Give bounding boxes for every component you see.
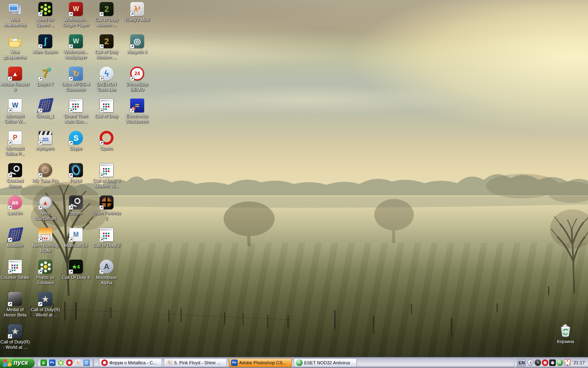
- desktop-icon-ultra-mpeg4-converter[interactable]: ↻↗Ultra MPEG-4 Converter: [60, 67, 91, 92]
- desktop-icon-nero-burning-rom[interactable]: ↗Nero Burning ROM: [30, 228, 61, 254]
- shortcut-arrow-icon: ↗: [99, 238, 104, 242]
- desktop-icon-24nonstop-demo[interactable]: 24↗24nonStop DEMO: [122, 67, 153, 92]
- desktop-icon-counter-strike[interactable]: ↗Counter-Strike: [0, 260, 31, 280]
- desktop-icon-call-of-duty[interactable]: ↗Call of Duty: [91, 99, 122, 119]
- quick-launch-opera-icon[interactable]: [66, 359, 73, 366]
- desktop-icon-label: Steam: [69, 211, 83, 216]
- desktop-icon-lastfm[interactable]: as↗Last.fm: [0, 195, 31, 216]
- quick-launch-icq-icon[interactable]: [58, 359, 64, 366]
- desktop-icon-moonbase-alpha[interactable]: A↗Moonbase Alpha: [91, 260, 122, 285]
- recycle-bin-icon: [559, 324, 572, 338]
- shortcut-arrow-icon: ↗: [8, 269, 12, 274]
- shortcut-arrow-icon: ↗: [38, 238, 42, 242]
- shortcut-arrow-icon: ↗: [8, 302, 12, 306]
- plants-vs-zombies-icon: ↗: [38, 260, 52, 274]
- desktop-icon-microsoft-office-word[interactable]: W↗Microsoft Office W...: [0, 99, 31, 124]
- quick-launch-winamp-icon[interactable]: ϟ: [75, 359, 81, 366]
- desktop-icon-label: Electronics Workbench: [122, 114, 153, 124]
- desktop-icon-mathcad-14[interactable]: M↗Mathcad 14: [60, 228, 91, 248]
- taskbar-button-task-adobe-photoshop[interactable]: PsAdobe Photoshop CS...: [229, 358, 292, 367]
- shortcut-arrow-icon: ↗: [69, 205, 73, 210]
- tray-hide-icons-chevron-icon[interactable]: ‹: [527, 359, 534, 366]
- desktop-icon-label: Wolfenstei... Multiplayer: [60, 49, 91, 60]
- desktop-icon-label: Last.fm: [7, 211, 23, 216]
- desktop-icon-label: Grand Theft Auto San...: [60, 114, 91, 124]
- desktop-icon-electronics-workbench[interactable]: ≈↗Electronics Workbench: [122, 99, 153, 124]
- clock[interactable]: 21:17: [573, 360, 585, 365]
- desktop-icon-gta-san-andreas[interactable]: ↗Grand Theft Auto San...: [60, 99, 91, 124]
- team-fortress-2-icon: ↗: [100, 195, 114, 209]
- cracked-steam-icon: ↗: [8, 163, 22, 177]
- desktop-icon-garrys-mod[interactable]: λ²↗Garry's Mod: [122, 2, 153, 22]
- shortcut-arrow-icon: ↗: [69, 141, 73, 145]
- desktop-icon-microsoft-office-powerpoint[interactable]: P↗Microsoft Office P...: [0, 131, 31, 157]
- taskband-handle[interactable]: [92, 359, 94, 367]
- shortcut-arrow-icon: ↗: [8, 334, 12, 339]
- desktop-icon-call-of-duty-world-at-war-2[interactable]: ★↗Call of Duty(R) - World at ...: [0, 324, 31, 350]
- tray-eset-nod32-icon[interactable]: [557, 359, 563, 366]
- tray-icq-flower-icon[interactable]: [564, 359, 570, 366]
- desktop-icon-medal-of-honor-beta[interactable]: ↗Medal of Honor Beta: [0, 292, 31, 318]
- tray-opera-icon[interactable]: [542, 359, 548, 366]
- quick-launch-utorrent-icon[interactable]: µ: [40, 359, 47, 366]
- desktop-icon-steam[interactable]: ↗Steam: [60, 195, 91, 216]
- desktop-icon-need-for-speed[interactable]: ↗Need for Speed ...: [30, 2, 61, 28]
- desktop-icon-my-computer[interactable]: Мой компьютер: [0, 2, 31, 28]
- taskbar-button-task-winamp-pink-floyd[interactable]: ϟ5. Pink Floyd - Shine ...: [164, 358, 227, 367]
- tray-steam-icon[interactable]: ◉: [549, 359, 556, 366]
- desktop-icon-recycle-bin[interactable]: Корзина: [550, 324, 581, 344]
- taskbar-button-task-eset-nod32[interactable]: ESET NOD32 Antivirus: [294, 358, 357, 367]
- microsoft-office-powerpoint-icon: P↗: [8, 131, 22, 145]
- language-indicator[interactable]: EN: [517, 359, 526, 366]
- desktop-icon-label: HD Tune Pro: [32, 178, 59, 184]
- tray-daemon-tools-icon[interactable]: ϟ: [535, 359, 541, 366]
- shortcut-arrow-icon: ↗: [69, 12, 73, 16]
- task-button-label: Adobe Photoshop CS...: [239, 360, 286, 365]
- desktop-icon-call-of-duty-4-modern-warfare[interactable]: ↗Call of Duty 4 Modern W...: [91, 163, 122, 189]
- desktop-icon-label: Plants vs Zombies: [30, 275, 61, 285]
- circuit-1-icon: ↗: [38, 99, 52, 112]
- desktop-icon-opera[interactable]: ↗Opera: [91, 131, 122, 151]
- moonbase-alpha-icon: A↗: [100, 260, 114, 274]
- desktop-icon-label: Call of Duty(R) - World at ...: [30, 307, 61, 318]
- desktop-icon-plants-vs-zombies[interactable]: ↗Plants vs Zombies: [30, 260, 61, 285]
- desktop-icon-skype[interactable]: S↗Skype: [60, 131, 91, 151]
- desktop-icon-mplayerc[interactable]: 321↗mplayerc: [30, 131, 61, 151]
- hd-tune-pro-icon: ↗: [38, 163, 52, 177]
- desktop-icon-delphi-7[interactable]: 7↗Delphi 7: [30, 67, 61, 87]
- desktop-icon-portal[interactable]: ↗Portal: [60, 163, 91, 184]
- desktop-icon-call-of-duty-world-at-war-1[interactable]: ★↗Call of Duty(R) - World at ...: [30, 292, 61, 318]
- desktop-icon-alien-swarm[interactable]: ʃ↗Alien Swarm: [30, 34, 61, 55]
- quick-launch-handle[interactable]: [36, 359, 38, 367]
- desktop-icon-label: Мои документы: [0, 49, 31, 60]
- desktop-icon-my-documents[interactable]: Мои документы: [0, 34, 31, 60]
- desktop-icon-call-of-duty-modern-warfare-2[interactable]: 2↗Call of Duty Modern ...: [91, 34, 122, 60]
- shortcut-arrow-icon: ↗: [8, 205, 12, 210]
- desktop-icon-wolfenstein-single-player[interactable]: W↗Wolfenstei... Single Player: [60, 2, 91, 28]
- start-button[interactable]: пуск: [0, 358, 35, 368]
- desktop-icon-daemon-tools-lite[interactable]: ϟ↗DAEMON Tools Lite: [91, 67, 122, 92]
- desktop-icon-call-of-duty-modern-warfare[interactable]: 2↗Call of Duty Modern ...: [91, 2, 122, 28]
- desktop-icon-cracked-steam[interactable]: ↗Cracked Steam: [0, 163, 31, 189]
- desktop-icon-team-fortress-2[interactable]: ↗Team Fortress 2: [91, 195, 122, 221]
- desktop-icon-hd-tune-pro[interactable]: ↗HD Tune Pro: [30, 163, 61, 184]
- desktop-icon-label: Alien Swarm: [32, 49, 58, 55]
- shortcut-arrow-icon: ↗: [69, 108, 73, 113]
- desktop-icon-call-of-duty-2[interactable]: ↗Call of Duty 2: [91, 228, 122, 248]
- gta-san-andreas-icon: ↗: [69, 99, 83, 112]
- quick-launch-outlook-express-icon[interactable]: @: [83, 359, 90, 366]
- windows-logo-icon: [3, 359, 11, 366]
- desktop-icon-call-of-duty-4[interactable]: ★4↗Call Of Duty 4: [60, 260, 91, 280]
- desktop-icon-nero-startsmart[interactable]: ▲↗Nero StartSmart: [30, 195, 61, 221]
- wolfenstein-single-player-icon: W↗: [69, 2, 83, 16]
- shortcut-arrow-icon: ↗: [99, 141, 104, 145]
- shortcut-arrow-icon: ↗: [38, 44, 42, 49]
- desktop-icon-multisim[interactable]: ↗Multisim: [0, 228, 31, 248]
- desktop-icon-absynth-4[interactable]: ◎↗Absynth 4: [122, 34, 153, 55]
- desktop-icon-adobe-reader-9[interactable]: ▲↗Adobe Reader 9: [0, 67, 31, 92]
- quick-launch-photoshop-icon[interactable]: Ps: [49, 359, 56, 366]
- taskbar-button-task-opera-forum[interactable]: Форум о Metallica - C...: [99, 358, 162, 367]
- desktop-icon-wolfenstein-multiplayer[interactable]: W↗Wolfenstei... Multiplayer: [60, 34, 91, 60]
- steam-icon: ↗: [69, 195, 83, 209]
- desktop-icon-circuit-1[interactable]: ↗Circuit_1: [30, 99, 61, 119]
